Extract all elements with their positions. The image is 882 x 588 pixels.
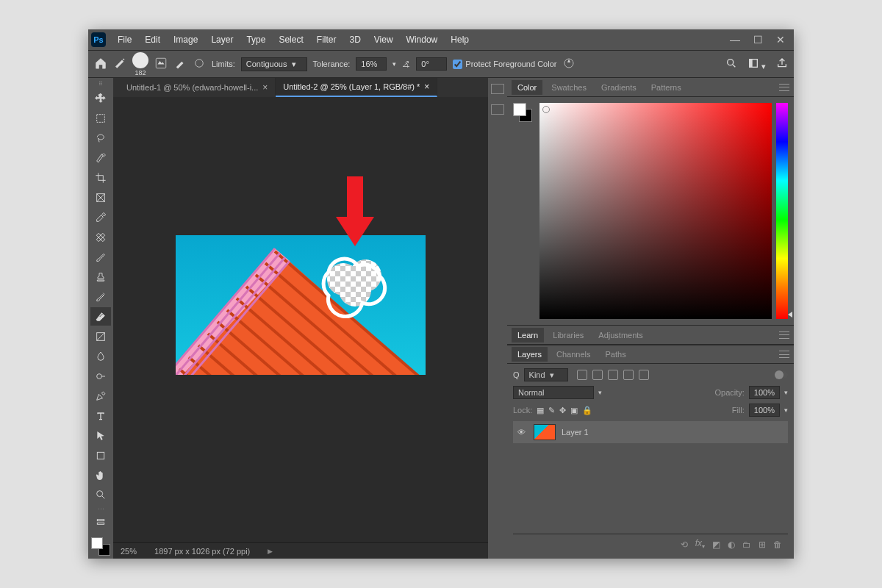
menu-filter[interactable]: Filter bbox=[311, 32, 343, 48]
tab-color[interactable]: Color bbox=[512, 80, 542, 95]
workspace-switcher[interactable]: ▾ bbox=[747, 57, 766, 71]
lasso-tool[interactable] bbox=[90, 129, 111, 148]
menu-layer[interactable]: Layer bbox=[205, 32, 239, 48]
frame-tool[interactable] bbox=[90, 188, 111, 207]
home-button[interactable] bbox=[94, 57, 107, 71]
quick-select-tool[interactable] bbox=[90, 149, 111, 168]
maximize-button[interactable]: ☐ bbox=[753, 34, 763, 46]
brush-panel-button[interactable] bbox=[173, 57, 187, 71]
fill-input[interactable]: 100% bbox=[749, 404, 780, 417]
tab-libraries[interactable]: Libraries bbox=[547, 328, 589, 343]
move-tool[interactable] bbox=[90, 90, 111, 108]
brush-settings-button[interactable] bbox=[154, 57, 168, 71]
delete-layer-icon[interactable]: 🗑 bbox=[773, 539, 782, 550]
stamp-tool[interactable] bbox=[90, 268, 111, 286]
healing-tool[interactable] bbox=[90, 228, 111, 246]
filter-pixel-icon[interactable] bbox=[577, 370, 587, 380]
hand-tool[interactable] bbox=[90, 466, 111, 484]
layer-mask-icon[interactable]: ◩ bbox=[712, 539, 720, 550]
lock-all-icon[interactable]: 🔒 bbox=[582, 406, 592, 415]
close-button[interactable]: ✕ bbox=[776, 34, 785, 46]
status-chevron-icon[interactable]: ▶ bbox=[268, 548, 273, 555]
tool-preset-button[interactable] bbox=[113, 57, 126, 71]
close-icon[interactable]: × bbox=[262, 82, 268, 93]
blend-mode-select[interactable]: Normal bbox=[513, 386, 594, 399]
blur-tool[interactable] bbox=[90, 347, 111, 365]
close-icon[interactable]: × bbox=[424, 82, 429, 92]
share-button[interactable] bbox=[776, 57, 788, 71]
tab-gradients[interactable]: Gradients bbox=[595, 80, 642, 95]
dodge-tool[interactable] bbox=[90, 367, 111, 385]
brush-preview[interactable]: 182 bbox=[132, 52, 148, 76]
menu-select[interactable]: Select bbox=[273, 32, 309, 48]
eyedropper-tool[interactable] bbox=[90, 208, 111, 226]
filter-adjust-icon[interactable] bbox=[592, 370, 603, 380]
lock-transparent-icon[interactable]: ▦ bbox=[537, 406, 544, 415]
tab-adjustments[interactable]: Adjustments bbox=[592, 328, 649, 343]
panel-menu-icon[interactable] bbox=[779, 351, 789, 358]
gradient-tool[interactable] bbox=[90, 327, 111, 345]
lock-pixels-icon[interactable]: ✎ bbox=[548, 406, 555, 415]
panel-menu-icon[interactable] bbox=[779, 331, 789, 339]
menu-view[interactable]: View bbox=[368, 32, 399, 48]
filter-toggle[interactable] bbox=[775, 371, 788, 379]
link-layers-icon[interactable]: ⟲ bbox=[681, 539, 688, 550]
group-icon[interactable]: 🗀 bbox=[742, 539, 751, 550]
minimize-button[interactable]: — bbox=[730, 34, 740, 46]
layer-style-icon[interactable]: fx▾ bbox=[695, 538, 705, 550]
lock-artboard-icon[interactable]: ▣ bbox=[570, 406, 578, 415]
type-tool[interactable] bbox=[90, 406, 111, 425]
shape-tool[interactable] bbox=[90, 446, 111, 465]
color-swatches[interactable] bbox=[91, 537, 110, 556]
hue-slider[interactable] bbox=[776, 103, 788, 319]
toolbar-more[interactable]: ⋯ bbox=[98, 506, 104, 512]
tab-learn[interactable]: Learn bbox=[512, 328, 544, 343]
color-panel-swatches[interactable] bbox=[513, 103, 535, 319]
menu-file[interactable]: File bbox=[112, 32, 137, 48]
brush-tool[interactable] bbox=[90, 248, 111, 266]
filter-smart-icon[interactable] bbox=[639, 370, 649, 380]
pressure-size-button[interactable] bbox=[562, 57, 576, 71]
filter-shape-icon[interactable] bbox=[623, 370, 634, 380]
menu-image[interactable]: Image bbox=[168, 32, 204, 48]
zoom-tool[interactable] bbox=[90, 486, 111, 504]
eraser-tool[interactable] bbox=[90, 307, 111, 326]
grip-icon[interactable]: ⠿ bbox=[90, 81, 111, 88]
filter-type-icon[interactable] bbox=[608, 370, 618, 380]
layer-filter-select[interactable]: Kind ▾ bbox=[524, 368, 568, 381]
tab-channels[interactable]: Channels bbox=[551, 347, 596, 362]
new-layer-icon[interactable]: ⊞ bbox=[759, 539, 766, 550]
pressure-opacity-button[interactable] bbox=[193, 57, 206, 71]
menu-help[interactable]: Help bbox=[445, 32, 475, 48]
zoom-value[interactable]: 25% bbox=[121, 547, 137, 556]
menu-type[interactable]: Type bbox=[240, 32, 271, 48]
collapsed-panel-1[interactable] bbox=[491, 84, 504, 94]
foreground-color[interactable] bbox=[91, 537, 103, 549]
tab-paths[interactable]: Paths bbox=[600, 347, 632, 362]
layer-name[interactable]: Layer 1 bbox=[562, 428, 589, 437]
tab-layers[interactable]: Layers bbox=[512, 347, 548, 362]
search-button[interactable] bbox=[725, 57, 737, 71]
marquee-tool[interactable] bbox=[90, 110, 111, 128]
edit-toolbar-button[interactable] bbox=[90, 513, 111, 531]
menu-window[interactable]: Window bbox=[401, 32, 444, 48]
crop-tool[interactable] bbox=[90, 168, 111, 187]
history-brush-tool[interactable] bbox=[90, 287, 111, 306]
layer-row[interactable]: 👁 Layer 1 bbox=[513, 421, 788, 443]
lock-position-icon[interactable]: ✥ bbox=[559, 406, 566, 415]
tab-swatches[interactable]: Swatches bbox=[545, 80, 592, 95]
canvas[interactable] bbox=[113, 97, 488, 542]
path-select-tool[interactable] bbox=[90, 426, 111, 445]
collapsed-panel-2[interactable] bbox=[491, 104, 504, 115]
document-tab-1[interactable]: Untitled-1 @ 50% (edward-howell-i...× bbox=[119, 78, 276, 97]
pen-tool[interactable] bbox=[90, 387, 111, 405]
color-field[interactable] bbox=[539, 103, 772, 319]
tab-patterns[interactable]: Patterns bbox=[645, 80, 687, 95]
menu-3d[interactable]: 3D bbox=[343, 32, 366, 48]
limits-select[interactable]: Contiguous ▾ bbox=[241, 57, 307, 71]
document-tab-2[interactable]: Untitled-2 @ 25% (Layer 1, RGB/8#) *× bbox=[276, 78, 437, 97]
menu-edit[interactable]: Edit bbox=[139, 32, 166, 48]
tolerance-input[interactable]: 16% bbox=[356, 57, 387, 71]
angle-input[interactable]: 0° bbox=[416, 57, 447, 71]
protect-foreground-checkbox[interactable]: Protect Foreground Color bbox=[453, 60, 556, 69]
